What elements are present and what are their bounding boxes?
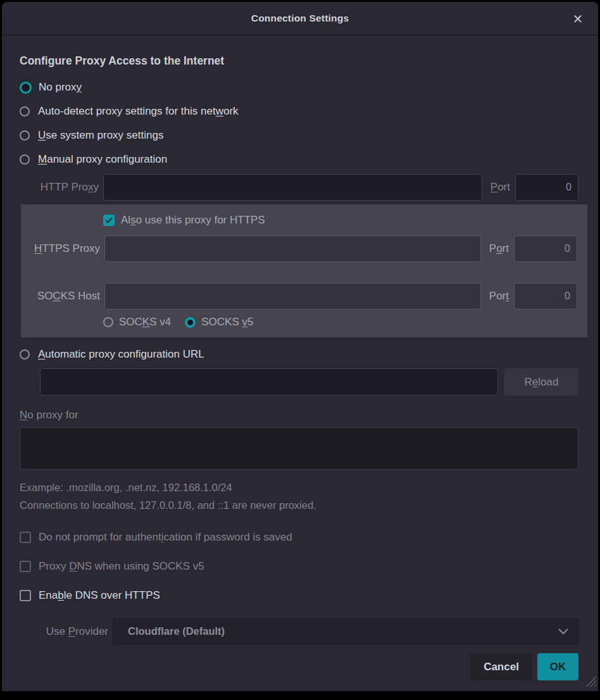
- provider-dropdown[interactable]: Cloudflare (Default): [113, 618, 578, 645]
- no-proxy-for-label: No proxy for: [20, 409, 578, 422]
- https-proxy-label: HTTPS Proxy: [21, 242, 104, 255]
- socks-host-input[interactable]: [104, 283, 481, 309]
- http-proxy-input[interactable]: [103, 174, 482, 201]
- radio-icon[interactable]: [103, 317, 113, 327]
- socks-version-radios: SOCKS v4 SOCKS v5: [21, 316, 577, 328]
- checkbox-enable-doh[interactable]: Enable DNS over HTTPS: [20, 585, 578, 606]
- also-use-https-label: Also use this proxy for HTTPS: [121, 214, 265, 227]
- connection-settings-dialog: Connection Settings ✕ Configure Proxy Ac…: [2, 2, 598, 691]
- close-icon[interactable]: ✕: [570, 11, 586, 27]
- socks-port-input[interactable]: [514, 283, 577, 309]
- radio-manual-proxy[interactable]: Manual proxy configuration: [20, 147, 578, 172]
- localhost-hint: Connections to localhost, 127.0.0.1/8, a…: [20, 499, 578, 511]
- radio-socks-v5[interactable]: SOCKS v5: [185, 316, 253, 328]
- radio-auto-url[interactable]: Automatic proxy configuration URL: [20, 342, 578, 366]
- radio-socks-v4[interactable]: SOCKS v4: [103, 316, 171, 328]
- https-proxy-input[interactable]: [104, 235, 481, 262]
- radio-auto-detect-label: Auto-detect proxy settings for this netw…: [38, 105, 239, 118]
- dialog-content: Configure Proxy Access to the Internet N…: [2, 35, 598, 691]
- resize-grip[interactable]: [585, 676, 596, 687]
- ok-button[interactable]: OK: [537, 653, 578, 680]
- radio-no-proxy-label: No proxy: [39, 81, 82, 94]
- no-proxy-for-textarea[interactable]: [20, 427, 578, 470]
- http-proxy-row: HTTP Proxy Port: [20, 173, 578, 201]
- provider-value: Cloudflare (Default): [128, 625, 225, 637]
- socks-host-row: SOCKS Host Port: [21, 282, 577, 309]
- dialog-buttons: Cancel OK: [20, 653, 578, 680]
- radio-system-proxy-label: Use system proxy settings: [38, 129, 163, 142]
- radio-manual-proxy-label: Manual proxy configuration: [38, 153, 167, 166]
- socks-host-label: SOCKS Host: [21, 290, 104, 303]
- checkbox-no-prompt-auth[interactable]: Do not prompt for authentication if pass…: [20, 527, 578, 548]
- checkbox-icon[interactable]: [20, 532, 31, 543]
- radio-icon[interactable]: [20, 154, 30, 165]
- radio-icon[interactable]: [20, 349, 30, 359]
- radio-no-proxy[interactable]: No proxy: [20, 75, 578, 99]
- radio-icon[interactable]: [20, 130, 30, 141]
- provider-row: Use Provider Cloudflare (Default): [20, 618, 578, 645]
- also-use-https-checkbox-row[interactable]: Also use this proxy for HTTPS: [21, 209, 577, 231]
- cancel-button[interactable]: Cancel: [470, 653, 532, 680]
- auto-url-label: Automatic proxy configuration URL: [38, 348, 204, 361]
- no-proxy-example-hint: Example: .mozilla.org, .net.nz, 192.168.…: [20, 482, 578, 494]
- http-port-label: Port: [491, 181, 510, 194]
- http-proxy-label: HTTP Proxy: [20, 181, 103, 194]
- checkbox-icon[interactable]: [20, 561, 31, 572]
- dialog-titlebar: Connection Settings ✕: [2, 2, 598, 35]
- https-socks-section: Also use this proxy for HTTPS HTTPS Prox…: [21, 204, 587, 337]
- radio-selected-icon[interactable]: [20, 82, 32, 94]
- auto-url-row: Reload: [20, 368, 578, 396]
- radio-system-proxy[interactable]: Use system proxy settings: [20, 123, 578, 147]
- https-port-label: Port: [489, 242, 509, 255]
- checkbox-checked-icon[interactable]: [103, 215, 115, 226]
- radio-auto-detect[interactable]: Auto-detect proxy settings for this netw…: [20, 99, 578, 123]
- auto-url-input[interactable]: [40, 368, 498, 396]
- enable-doh-label: Enable DNS over HTTPS: [39, 589, 160, 602]
- dialog-title: Connection Settings: [251, 13, 349, 24]
- https-port-input[interactable]: [514, 235, 577, 262]
- proxy-dns-label: Proxy DNS when using SOCKS v5: [39, 560, 204, 573]
- socks-v4-label: SOCKS v4: [119, 316, 171, 328]
- chevron-down-icon: [558, 628, 568, 635]
- radio-icon[interactable]: [20, 106, 30, 116]
- radio-selected-icon[interactable]: [185, 317, 196, 328]
- reload-button[interactable]: Reload: [504, 368, 578, 396]
- use-provider-label: Use Provider: [20, 625, 113, 638]
- options-section: Do not prompt for authentication if pass…: [20, 527, 578, 614]
- page-title: Configure Proxy Access to the Internet: [20, 54, 578, 68]
- no-prompt-auth-label: Do not prompt for authentication if pass…: [39, 531, 292, 544]
- https-proxy-row: HTTPS Proxy Port: [21, 235, 577, 262]
- socks-port-label: Port: [489, 290, 509, 303]
- http-port-input[interactable]: [515, 174, 578, 201]
- socks-v5-label: SOCKS v5: [201, 316, 253, 328]
- checkbox-proxy-dns[interactable]: Proxy DNS when using SOCKS v5: [20, 556, 578, 577]
- checkbox-icon[interactable]: [20, 590, 31, 601]
- checkmark-icon: [105, 217, 113, 223]
